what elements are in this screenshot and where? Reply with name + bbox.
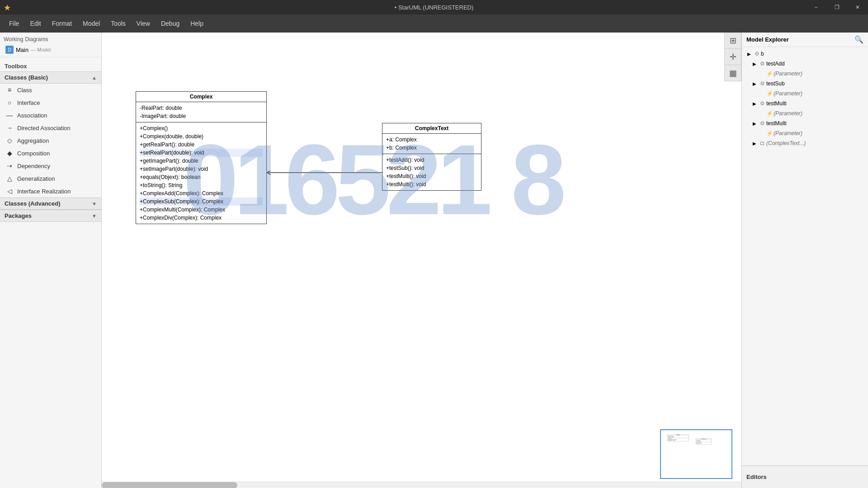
dependency-icon: ⇢ xyxy=(5,162,14,170)
menu-item-model[interactable]: Model xyxy=(77,17,105,30)
interface-realization-icon: ◁ xyxy=(5,187,14,195)
toolbox-item-label: Generalization xyxy=(17,175,55,182)
complex-class-name: Complex xyxy=(136,92,266,102)
method-row: +setRealPart(double): void xyxy=(140,149,263,157)
method-row: +toString(): String xyxy=(140,181,263,189)
editors-label: Editors xyxy=(746,474,767,480)
main-layout: Working Diagrams D Main — Model Toolbox … xyxy=(0,33,868,488)
tree-arrow[interactable]: ▶ xyxy=(751,81,758,86)
tree-label: (Parameter) xyxy=(774,70,802,77)
maximize-button[interactable]: ❐ xyxy=(826,0,847,14)
move-icon-btn[interactable]: ✛ xyxy=(725,49,741,65)
toolbox-item-generalization[interactable]: △ Generalization xyxy=(0,172,101,185)
method-row: +Complex() xyxy=(140,124,263,132)
tree-label: testMulti xyxy=(766,120,787,127)
toolbox-section-packages[interactable]: Packages ▼ xyxy=(0,210,101,222)
method-row: +testMulti(): void xyxy=(386,172,477,180)
toolbox-item-interface[interactable]: ○ Interface xyxy=(0,96,101,109)
section-label: Classes (Advanced) xyxy=(5,200,61,207)
param-icon: ⚡ xyxy=(765,89,774,98)
editors-panel: Editors xyxy=(742,465,868,488)
tree-item-param-testmulti2[interactable]: ⚡ (Parameter) xyxy=(742,128,868,138)
chevron-down-icon: ▼ xyxy=(92,201,97,206)
toolbox-section-classes-basic[interactable]: Classes (Basic) ▲ xyxy=(0,71,101,84)
puzzle-icon-btn[interactable]: ⊞ xyxy=(725,33,741,49)
canvas-area[interactable]: 016521 8 Complex -RealPart: double -Imag… xyxy=(102,33,741,488)
model-explorer-title: Model Explorer xyxy=(746,36,789,43)
toolbox-item-aggregation[interactable]: ◇ Aggregation xyxy=(0,134,101,147)
tree-item-testsub[interactable]: ▶ ⚙ testSub xyxy=(742,79,868,89)
method-row: +setImagePart(double): void xyxy=(140,165,263,173)
menu-item-format[interactable]: Format xyxy=(47,17,77,30)
method-row: +getImagePart(): double xyxy=(140,157,263,165)
title-text: • StarUML (UNREGISTERED) xyxy=(395,4,474,11)
toolbox-item-association[interactable]: — Association xyxy=(0,109,101,122)
tree-item-b[interactable]: ▶ ⚙ b xyxy=(742,49,868,59)
diagram-item-main[interactable]: D Main — Model xyxy=(4,44,98,55)
tree-item-param-testadd[interactable]: ⚡ (Parameter) xyxy=(742,69,868,79)
close-button[interactable]: ✕ xyxy=(847,0,868,14)
tree-label: testSub xyxy=(766,80,785,87)
generalization-icon: △ xyxy=(5,174,14,183)
tree-item-param-testmulti1[interactable]: ⚡ (Parameter) xyxy=(742,108,868,118)
grid-icon-btn[interactable]: ▦ xyxy=(725,65,741,81)
tree-item-testmulti2[interactable]: ▶ ⚙ testMulti xyxy=(742,118,868,128)
composition-icon: ◆ xyxy=(5,149,14,157)
tree-item-testmulti1[interactable]: ▶ ⚙ testMulti xyxy=(742,99,868,108)
tree-label: (ComplexText...) xyxy=(766,140,806,146)
tree-arrow[interactable]: ▶ xyxy=(751,61,758,66)
directed-association-icon: → xyxy=(5,124,14,132)
tree-arrow[interactable]: ▶ xyxy=(751,141,758,146)
menu-item-file[interactable]: File xyxy=(4,17,25,30)
tree-label: b xyxy=(761,51,764,57)
diagram-label: Main xyxy=(16,47,28,53)
gear-icon: ⚙ xyxy=(758,80,766,88)
chevron-down-icon: ▼ xyxy=(92,213,97,219)
menu-item-help[interactable]: Help xyxy=(185,17,209,30)
gear-icon: ⚙ xyxy=(758,99,766,108)
minimap[interactable]: Complex -RealPart: double-ImagePart: dou… xyxy=(660,429,732,479)
diagram-sublabel: — Model xyxy=(31,47,51,52)
toolbox-item-composition[interactable]: ◆ Composition xyxy=(0,147,101,160)
diagram-icon: D xyxy=(5,46,14,54)
toolbox-item-label: Association xyxy=(17,112,47,119)
tree-label: (Parameter) xyxy=(774,90,802,97)
complex-text-class-name: ComplexText xyxy=(382,123,481,134)
gear-icon: ⚙ xyxy=(758,119,766,127)
minimize-button[interactable]: − xyxy=(806,0,826,14)
left-panel: Working Diagrams D Main — Model Toolbox … xyxy=(0,33,102,488)
toolbox-item-interface-realization[interactable]: ◁ Interface Realization xyxy=(0,185,101,197)
menu-item-edit[interactable]: Edit xyxy=(25,17,47,30)
toolbox-item-label: Dependency xyxy=(17,163,50,169)
toolbox-item-class[interactable]: ≡ Class xyxy=(0,84,101,96)
working-diagrams: Working Diagrams D Main — Model xyxy=(0,33,101,57)
toolbox-item-dependency[interactable]: ⇢ Dependency xyxy=(0,160,101,172)
search-icon[interactable]: 🔍 xyxy=(854,35,863,44)
complex-methods: +Complex() +Complex(double, double) +get… xyxy=(136,122,266,224)
menu-item-view[interactable]: View xyxy=(131,17,156,30)
tree-arrow[interactable]: ▶ xyxy=(751,121,758,126)
chevron-up-icon: ▲ xyxy=(92,75,97,80)
attr-row: -RealPart: double xyxy=(140,104,263,112)
menu-item-tools[interactable]: Tools xyxy=(105,17,131,30)
toolbox-item-label: Composition xyxy=(17,150,50,157)
scrollbar-thumb[interactable] xyxy=(102,482,237,488)
tree-item-testadd[interactable]: ▶ ⚙ testAdd xyxy=(742,59,868,69)
tree-label: (Parameter) xyxy=(774,130,802,136)
complex-text-class[interactable]: ComplexText +a: Complex +b: Complex +tes… xyxy=(382,123,481,191)
toolbox-section-classes-advanced[interactable]: Classes (Advanced) ▼ xyxy=(0,197,101,210)
tree-arrow[interactable]: ▶ xyxy=(751,101,758,106)
toolbox-item-directed-association[interactable]: → Directed Association xyxy=(0,122,101,134)
tree-arrow[interactable]: ▶ xyxy=(745,52,753,56)
section-label: Packages xyxy=(5,212,32,219)
complex-class[interactable]: Complex -RealPart: double -ImagePart: do… xyxy=(136,91,267,224)
tree-item-param-testsub[interactable]: ⚡ (Parameter) xyxy=(742,89,868,99)
canvas-scrollbar[interactable] xyxy=(102,482,741,488)
toolbox-item-label: Interface xyxy=(17,99,40,106)
menu-item-debug[interactable]: Debug xyxy=(156,17,185,30)
tree-label: testAdd xyxy=(766,61,785,67)
method-row: +testMulti(): void xyxy=(386,180,477,188)
method-row: +getRealPart(): double xyxy=(140,141,263,149)
tree-item-complextext[interactable]: ▶ □ (ComplexText...) xyxy=(742,138,868,148)
toolbox-item-label: Class xyxy=(17,87,32,94)
